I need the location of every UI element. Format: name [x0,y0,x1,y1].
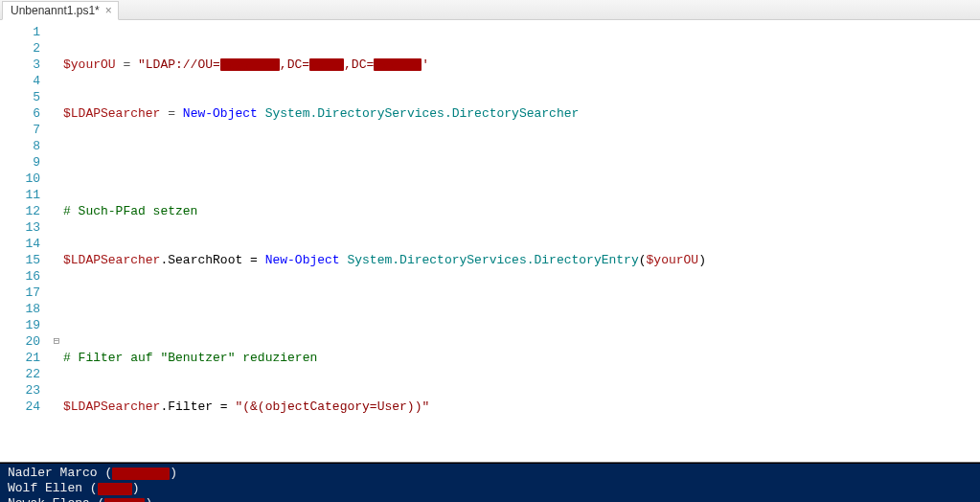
console-output[interactable]: Nadler Marco ( )Wolf Ellen ( )Nowak Elen… [0,464,980,502]
line-number: 19 [4,317,40,333]
line-number: 1 [4,24,40,40]
line-number: 17 [4,285,40,301]
line-number: 21 [4,350,40,366]
line-number: 2 [4,40,40,57]
line-number: 14 [4,236,40,252]
tab-unbenannt1[interactable]: Unbenannt1.ps1* × [2,1,119,20]
fold-column: ⊟ [50,20,63,462]
line-number: 23 [4,382,40,399]
line-number: 11 [4,187,40,203]
fold-toggle-icon[interactable]: ⊟ [50,333,63,350]
line-number: 8 [4,138,40,154]
redaction: xxxx [220,58,280,71]
line-number: 24 [4,399,40,415]
code-area[interactable]: $yourOU = "LDAP://OU=xxxx,DC=xx,DC=xxx' … [63,20,980,462]
line-number: 13 [4,219,40,236]
console-line: Nadler Marco ( ) [8,466,974,481]
redaction [104,498,145,502]
tab-title: Unbenannt1.ps1* [11,4,100,17]
line-number: 6 [4,105,40,122]
line-number: 12 [4,203,40,219]
line-number: 3 [4,57,40,73]
line-number-gutter: 123456789101112131415161718192021222324 [0,20,50,462]
redaction [98,483,132,495]
line-number: 20 [4,333,40,350]
console-line: Nowak Elena ( ) [8,496,974,502]
line-number: 16 [4,268,40,285]
close-icon[interactable]: × [105,5,112,16]
line-number: 9 [4,154,40,171]
console-line: Wolf Ellen ( ) [8,481,974,496]
redaction [112,468,170,480]
tab-bar: Unbenannt1.ps1* × [0,0,980,20]
line-number: 10 [4,171,40,187]
code-editor[interactable]: 123456789101112131415161718192021222324 … [0,20,980,462]
code-token: $yourOU [63,57,116,72]
line-number: 7 [4,122,40,138]
line-number: 4 [4,73,40,89]
redaction: xxx [374,58,422,71]
line-number: 5 [4,89,40,105]
line-number: 15 [4,252,40,268]
redaction: xx [309,58,344,71]
line-number: 18 [4,301,40,317]
line-number: 22 [4,366,40,382]
